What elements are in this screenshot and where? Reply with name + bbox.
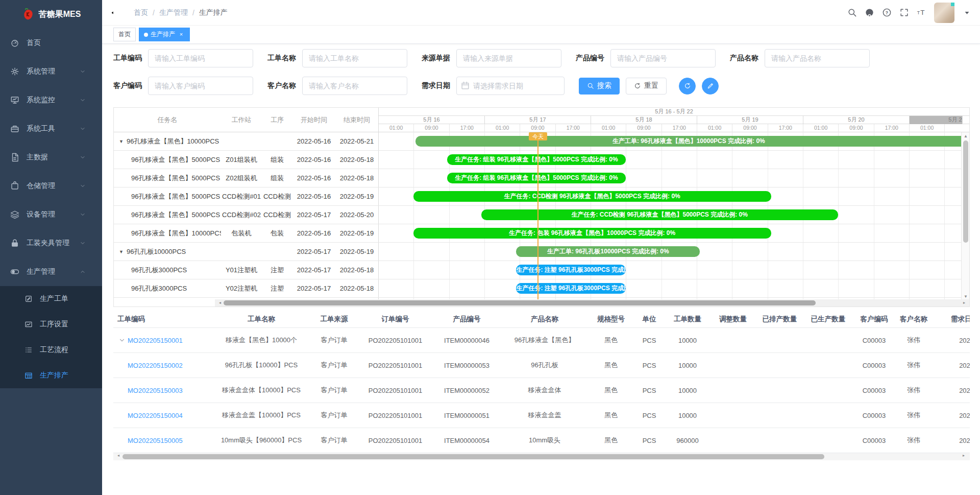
filter-group: 来源单据: [422, 49, 561, 67]
sidebar-item-label: 主数据: [27, 153, 48, 162]
app-logo[interactable]: 苦糖果MES: [0, 0, 102, 29]
需求日期-input[interactable]: [456, 77, 565, 95]
gantt-bar[interactable]: 生产任务: 组装 96孔移液盒【黑色】5000PCS 完成比例: 0%: [447, 154, 625, 165]
table-horizontal-scrollbar[interactable]: ◂ ▸: [113, 453, 970, 460]
table-col-11: 已生产数量: [804, 315, 852, 324]
scroll-up-icon[interactable]: ▲: [962, 134, 970, 138]
breadcrumb-item-0[interactable]: 首页: [134, 8, 148, 17]
row-expand-icon[interactable]: [118, 337, 126, 344]
top-navbar: 首页/生产管理/生产排产 ?TT: [102, 0, 980, 26]
gantt-range-label: 5月 16 - 5月 22: [379, 108, 969, 116]
gantt-cell: 2022-05-19: [335, 187, 378, 205]
sidebar-submenu: 生产工单工序设置工艺流程生产排产: [0, 286, 102, 388]
calendar-icon: [461, 81, 470, 90]
collapse-triangle-icon[interactable]: ▼: [119, 139, 124, 144]
sidebar-item-7[interactable]: 工装夹具管理: [0, 229, 102, 257]
filter-field: [456, 77, 565, 95]
gantt-hour-tick: 17:00: [874, 124, 910, 132]
gantt-hour-tick: 09:00: [732, 124, 768, 132]
gantt-bar[interactable]: 生产任务: CCD检测 96孔移液盒【黑色】5000PCS 完成比例: 0%: [481, 209, 838, 220]
sidebar-subitem-1[interactable]: 工序设置: [0, 312, 102, 337]
table-cell: MO202205150003: [113, 387, 213, 394]
search-icon[interactable]: [847, 8, 857, 17]
gantt-bar[interactable]: 生产工单: 96孔移液盒【黑色】10000PCS 完成比例: 0%: [415, 136, 962, 147]
gantt-cell: 96孔移液盒【黑色】5000PCS: [114, 169, 221, 187]
gantt-bar[interactable]: 生产工单: 96孔孔板10000PCS 完成比例: 0%: [516, 246, 700, 257]
help-icon[interactable]: ?: [882, 8, 892, 17]
chevron-down-icon: [80, 97, 86, 103]
gantt-cell: 2022-05-18: [335, 261, 378, 279]
scroll-right-icon[interactable]: ▸: [960, 453, 968, 458]
gantt-header: 任务名工作站工序开始时间结束时间 5月 16 - 5月 22 5月 165月 1…: [114, 108, 969, 132]
sidebar-fold-icon[interactable]: [110, 8, 120, 18]
reset-button-label: 重置: [644, 81, 658, 90]
workorder-link[interactable]: MO202205150001: [128, 337, 183, 344]
reset-button[interactable]: 重置: [626, 78, 667, 95]
sidebar-item-6[interactable]: 设备管理: [0, 200, 102, 229]
fullscreen-icon[interactable]: [899, 8, 909, 17]
来源单据-input[interactable]: [456, 49, 561, 67]
gantt-bar[interactable]: 生产任务: 注塑 96孔孔板3000PCS 完成比例: 0%: [516, 265, 625, 275]
gantt-hour-tick: 01:00: [591, 124, 626, 132]
table-cell: 黑色: [588, 386, 634, 395]
workorder-link[interactable]: MO202205150004: [128, 412, 183, 419]
edit-schedule-button[interactable]: [702, 78, 719, 95]
workorder-link[interactable]: MO202205150003: [128, 387, 183, 394]
gantt-horizontal-scrollbar[interactable]: ◂ ▸: [215, 299, 969, 307]
gantt-hour-tick: 01:00: [803, 124, 839, 132]
search-button[interactable]: 搜索: [579, 78, 620, 95]
gantt-vertical-scrollbar[interactable]: ▲ ▼: [961, 132, 969, 300]
document-icon: [10, 153, 19, 162]
sidebar-item-1[interactable]: 系统管理: [0, 57, 102, 86]
filter-group: 需求日期: [422, 77, 565, 95]
workorder-link[interactable]: MO202205150002: [128, 362, 183, 369]
today-line: [537, 132, 538, 300]
textsize-icon[interactable]: TT: [917, 8, 926, 17]
sidebar-item-5[interactable]: 仓储管理: [0, 172, 102, 200]
sidebar-subitem-2[interactable]: 工艺流程: [0, 337, 102, 363]
gantt-bar[interactable]: 生产任务: CCD检测 96孔移液盒【黑色】5000PCS 完成比例: 0%: [413, 191, 771, 202]
sidebar-subitem-0[interactable]: 生产工单: [0, 286, 102, 312]
tab-1[interactable]: 生产排产×: [139, 28, 190, 41]
gantt-timeline-header: 5月 16 - 5月 22 5月 165月 175月 185月 195月 205…: [378, 108, 969, 132]
sidebar-item-4[interactable]: 主数据: [0, 143, 102, 172]
table-cell: MO202205150004: [113, 412, 213, 419]
breadcrumb-item-2[interactable]: 生产排产: [199, 8, 228, 17]
scroll-left-icon[interactable]: ◂: [216, 300, 224, 305]
工单名称-input[interactable]: [302, 49, 407, 67]
gantt-cell: [262, 132, 292, 150]
sidebar-subitem-label: 工艺流程: [40, 345, 68, 355]
filter-field: [148, 77, 253, 95]
scroll-down-icon[interactable]: ▼: [962, 294, 970, 299]
close-icon[interactable]: ×: [178, 31, 185, 38]
工单编码-input[interactable]: [148, 49, 253, 67]
gantt-hour-tick: 17:00: [556, 124, 591, 132]
sidebar-subitem-3[interactable]: 生产排产: [0, 363, 102, 388]
客户名称-input[interactable]: [302, 77, 407, 95]
table-cell: PO202205101001: [358, 337, 432, 344]
sidebar-item-0[interactable]: 首页: [0, 29, 102, 57]
gantt-bar[interactable]: 生产任务: 组装 96孔移液盒【黑色】5000PCS 完成比例: 0%: [447, 173, 625, 183]
github-icon[interactable]: [865, 8, 874, 17]
scroll-left-icon[interactable]: ◂: [114, 453, 122, 458]
gantt-bar[interactable]: 生产任务: 包装 96孔移液盒【黑色】10000PCS 完成比例: 0%: [413, 228, 771, 239]
refresh-button[interactable]: [679, 78, 696, 95]
workorder-link[interactable]: MO202205150005: [128, 437, 183, 444]
产品名称-input[interactable]: [765, 49, 870, 67]
客户编码-input[interactable]: [148, 77, 253, 95]
sidebar-item-3[interactable]: 系统工具: [0, 114, 102, 143]
active-dot-icon: [144, 33, 148, 37]
table-cell: PCS: [634, 412, 665, 419]
scroll-right-icon[interactable]: ▸: [960, 300, 968, 305]
collapse-triangle-icon[interactable]: ▼: [119, 249, 124, 254]
user-avatar[interactable]: [934, 3, 954, 23]
sidebar-item-8[interactable]: 生产管理: [0, 257, 102, 286]
breadcrumb-item-1[interactable]: 生产管理: [159, 8, 188, 17]
产品编号-input[interactable]: [610, 49, 716, 67]
caret-down-icon[interactable]: [962, 8, 972, 17]
gantt-bar[interactable]: 生产任务: 注塑 96孔孔板3000PCS 完成比例: 0%: [516, 283, 625, 294]
tab-0[interactable]: 首页: [113, 28, 136, 41]
gantt-cell: 注塑: [262, 279, 292, 297]
table-cell: 客户订单: [310, 386, 358, 395]
sidebar-item-2[interactable]: 系统监控: [0, 86, 102, 114]
